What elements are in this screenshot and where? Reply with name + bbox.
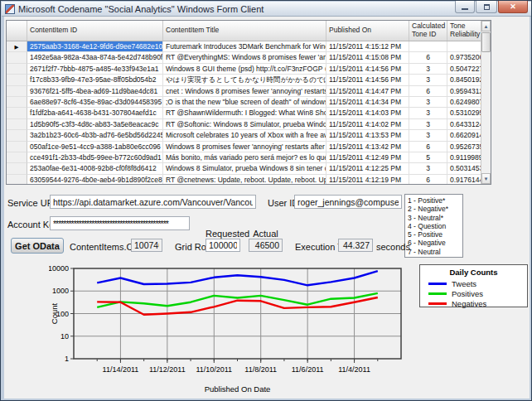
col-header-contentitem-id[interactable]: ContentItem ID [27, 21, 163, 41]
row-selector[interactable] [7, 52, 27, 63]
cell-contentitem-title[interactable]: Windows 8 promises fewer 'annoying' rest… [163, 142, 326, 152]
table-row[interactable]: 1492e5aa-982a-43aa-874a-5e42d748b90fRT @… [7, 52, 481, 63]
cell-tone-reliability[interactable]: 0.9526735 [447, 142, 481, 152]
cell-published-on[interactable]: 11/15/2011 4:12:19 PM [326, 175, 409, 184]
cell-tone-reliability[interactable]: 0.6249807 [447, 97, 481, 108]
cell-calculated-tone-id[interactable] [409, 41, 447, 52]
title-bar[interactable]: Microsoft Codename "Social Analytics" Wi… [2, 2, 532, 17]
cell-calculated-tone-id[interactable]: 6 [409, 175, 447, 184]
account-key-input[interactable] [50, 216, 190, 230]
row-selector[interactable]: ▶ [7, 41, 27, 52]
scroll-up-icon[interactable]: ▲ [481, 21, 491, 31]
cell-calculated-tone-id[interactable]: 3 [409, 64, 447, 75]
cell-calculated-tone-id[interactable]: 6 [409, 86, 447, 97]
minimize-button[interactable] [455, 1, 475, 13]
maximize-button[interactable] [476, 1, 497, 13]
tone-legend-item[interactable]: 4 - Question [408, 222, 462, 230]
cell-tone-reliability[interactable]: 0.9176144 [447, 175, 481, 184]
cell-tone-reliability[interactable]: 0.6620914 [447, 130, 481, 141]
cell-published-on[interactable]: 11/15/2011 4:14:03 PM [326, 108, 409, 118]
cell-published-on[interactable]: 11/15/2011 4:14:47 PM [326, 86, 409, 97]
table-row[interactable]: 63059544-9276-4b0e-aeb4-9b1d890f2ce8RT @… [7, 175, 481, 184]
grid-vertical-scrollbar[interactable]: ▲ ▼ [481, 21, 491, 184]
table-row[interactable]: 050af1ce-9e51-4cc9-a388-1ab80e6cc096Wind… [7, 142, 481, 152]
cell-contentitem-title[interactable]: RT @ShawnWildermuth: I Blogged: What Win… [163, 108, 326, 118]
table-row[interactable]: 253a0fae-6e31-4008-92b8-cf0f8f8d6412Wind… [7, 163, 481, 174]
cell-calculated-tone-id[interactable]: 3 [409, 130, 447, 141]
table-row[interactable]: 93676f21-5ff5-4bea-ad69-11d9bae4dc81cnet… [7, 86, 481, 97]
table-row[interactable]: 3a2b1b23-60c6-4b3b-ad76-6e5bd56d2245Micr… [7, 130, 481, 141]
cell-calculated-tone-id[interactable]: 3 [409, 97, 447, 108]
cell-calculated-tone-id[interactable]: 3 [409, 75, 447, 85]
cell-tone-reliability[interactable]: 0.5031453 [447, 163, 481, 174]
cell-published-on[interactable]: 11/15/2011 4:14:02 PM [326, 119, 409, 130]
cell-tone-reliability[interactable]: 0.6433124 [447, 119, 481, 130]
col-header-tone-reliability[interactable]: Tone Reliability [447, 21, 481, 41]
tone-legend-item[interactable]: 3 - Neutral* [408, 214, 462, 222]
table-row[interactable]: 1d5b90f5-c3f3-4d8c-ab83-3a5e8eacac9cRT @… [7, 119, 481, 130]
cell-published-on[interactable]: 11/15/2011 4:13:53 PM [326, 130, 409, 141]
row-selector[interactable] [7, 175, 27, 184]
cell-contentitem-id[interactable]: cce491f1-2b33-4bd5-99ee-b772c60d9ad1 [27, 152, 163, 163]
table-row[interactable]: 2671f2f7-7bbb-4875-a485-4e33f943e1a1Wind… [7, 64, 481, 75]
cell-published-on[interactable]: 11/15/2011 4:14:56 PM [326, 75, 409, 85]
cell-contentitem-title[interactable]: RT @Softonic: Windows 8 Simulator, prueb… [163, 119, 326, 130]
cell-contentitem-id[interactable]: 6ae88e97-8cf6-435e-89ac-d3d094458395 [27, 97, 163, 108]
row-selector[interactable] [7, 142, 27, 152]
cell-contentitem-title[interactable]: Más bonito, más variado pero será mejor?… [163, 152, 326, 163]
row-selector[interactable] [7, 75, 27, 85]
cell-published-on[interactable]: 11/15/2011 4:15:08 PM [326, 52, 409, 63]
cell-contentitem-title[interactable]: Microsoft celebrates 10 years of Xbox wi… [163, 130, 326, 141]
cell-contentitem-title[interactable]: やはり実現するとしてもかなり時間がかかるのではないでしょうか。... [163, 75, 326, 85]
cell-contentitem-id[interactable]: 2671f2f7-7bbb-4875-a485-4e33f943e1a1 [27, 64, 163, 75]
cell-published-on[interactable]: 11/15/2011 4:12:49 PM [326, 152, 409, 163]
cell-calculated-tone-id[interactable]: 6 [409, 52, 447, 63]
tone-legend-item[interactable]: 7 - Neutral [408, 248, 462, 256]
row-selector[interactable] [7, 152, 27, 163]
cell-contentitem-id[interactable]: 63059544-9276-4b0e-aeb4-9b1d890f2ce8 [27, 175, 163, 184]
row-selector[interactable] [7, 97, 27, 108]
table-row[interactable]: ▶2575aab3-3168-4e12-9fd6-d9ee74682e10Fut… [7, 41, 481, 52]
table-row[interactable]: 6ae88e97-8cf6-435e-89ac-d3d094458395;O i… [7, 97, 481, 108]
row-selector[interactable] [7, 163, 27, 174]
cell-contentitem-id[interactable]: 1d5b90f5-c3f3-4d8c-ab83-3a5e8eacac9c [27, 119, 163, 130]
row-selector[interactable] [7, 119, 27, 130]
cell-tone-reliability[interactable]: 0.9735206 [447, 52, 481, 63]
grid-rows-requested-input[interactable] [206, 239, 240, 252]
tone-legend-item[interactable]: 1 - Positive* [408, 196, 462, 205]
row-selector[interactable] [7, 86, 27, 97]
cell-contentitem-title[interactable]: RT @cnetnews: Update, reboot. Update, re… [163, 175, 326, 184]
row-selector[interactable] [7, 64, 27, 75]
col-header-contentitem-title[interactable]: ContentItem Title [163, 21, 326, 41]
tone-legend-item[interactable]: 2 - Negative* [408, 205, 462, 213]
cell-tone-reliability[interactable]: 0.5047227 [447, 64, 481, 75]
cell-published-on[interactable]: 11/15/2011 4:15:12 PM [326, 41, 409, 52]
cell-contentitem-id[interactable]: f1fdf2ba-a641-4638-b431-307804aefd1c [27, 108, 163, 118]
tone-legend-item[interactable]: 5 - Positive [408, 230, 462, 239]
cell-contentitem-id[interactable]: 3a2b1b23-60c6-4b3b-ad76-6e5bd56d2245 [27, 130, 163, 141]
cell-contentitem-title[interactable]: ;O is that the new "blue screen of death… [163, 97, 326, 108]
cell-tone-reliability[interactable] [447, 41, 481, 52]
cell-contentitem-id[interactable]: 253a0fae-6e31-4008-92b8-cf0f8f8d6412 [27, 163, 163, 174]
user-id-input[interactable] [294, 195, 402, 209]
cell-published-on[interactable]: 11/15/2011 4:12:25 PM [326, 163, 409, 174]
cell-contentitem-id[interactable]: 2575aab3-3168-4e12-9fd6-d9ee74682e10 [27, 41, 163, 52]
cell-tone-reliability[interactable]: 0.9594312 [447, 86, 481, 97]
cell-calculated-tone-id[interactable]: 3 [409, 163, 447, 174]
tone-legend-item[interactable]: 6 - Negative [408, 239, 462, 247]
table-row[interactable]: f17c8b33-9fb9-47e3-95ae-8ff05bd054b2やはり実… [7, 75, 481, 85]
cell-calculated-tone-id[interactable]: 3 [409, 119, 447, 130]
cell-published-on[interactable]: 11/15/2011 4:13:42 PM [326, 142, 409, 152]
col-header-calculated-tone-id[interactable]: Calculated Tone ID [409, 21, 447, 41]
cell-calculated-tone-id[interactable]: 5 [409, 152, 447, 163]
cell-contentitem-title[interactable]: Windows 8 GUI theme (psd) http://t.co/F3… [163, 64, 326, 75]
cell-tone-reliability[interactable]: 0.8450192 [447, 75, 481, 85]
scroll-down-icon[interactable]: ▼ [481, 173, 491, 184]
cell-tone-reliability[interactable]: 0.5310295 [447, 108, 481, 118]
col-header-published-on[interactable]: Published On [326, 21, 409, 41]
cell-calculated-tone-id[interactable]: 6 [409, 142, 447, 152]
scrollbar-thumb[interactable] [481, 32, 491, 52]
cell-published-on[interactable]: 11/15/2011 4:14:56 PM [326, 64, 409, 75]
cell-contentitem-id[interactable]: 050af1ce-9e51-4cc9-a388-1ab80e6cc096 [27, 142, 163, 152]
cell-contentitem-id[interactable]: 93676f21-5ff5-4bea-ad69-11d9bae4dc81 [27, 86, 163, 97]
